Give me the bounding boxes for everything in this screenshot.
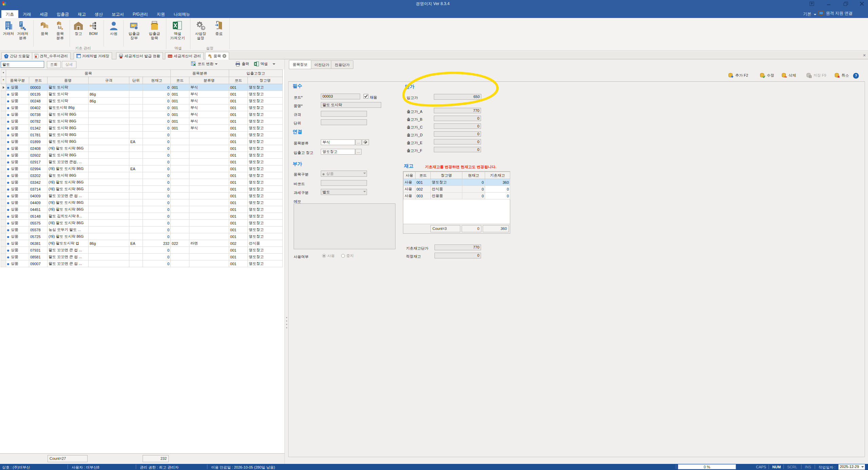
close-icon[interactable] [857,1,866,6]
menu-tab-거래[interactable]: 거래 [18,10,35,18]
column-header[interactable]: 코드 [171,77,189,84]
menu-tab-재고[interactable]: 재고 [73,10,90,18]
table-row[interactable]: 상품 03714 (재) 팔도 도시락 86G 0 001 영도창고 [1,186,283,193]
out-price-field[interactable]: 0 [434,116,481,121]
table-row[interactable]: 상품 02994 (재) 팔도 도시락 86G EA 0 001 영도창고 [1,165,283,172]
tab-help[interactable]: ? 간단 도움말 [1,52,32,59]
column-header[interactable]: 분류명 [189,77,229,84]
table-row[interactable]: 상품 04451 (재) 팔도 도시락 86G 0 001 영도창고 [1,206,283,213]
column-header[interactable]: 품목구분 [6,77,29,84]
detail-button[interactable]: 상세 [62,61,76,68]
table-row[interactable]: 상품 03342 (재) 팔도 도시락 86G 0 001 영도창고 [1,179,283,186]
help-button[interactable]: ? [853,73,859,79]
class-clear-button[interactable] [362,139,369,145]
menu-tab-기초[interactable]: 기초 [1,10,18,18]
out-price-field[interactable]: 0 [434,147,481,152]
barcode-field[interactable] [321,180,367,186]
ribbon-settings-button[interactable]: 사업장 설정 [193,19,208,40]
tab-taxinvoice-issue[interactable]: 세금계산서 발급 현황 [116,52,163,59]
tab-close-icon[interactable] [222,54,226,58]
use-on-radio[interactable]: 사용 [322,253,335,258]
tab-item-info[interactable]: 품목정보 [289,60,311,69]
menu-tab-나의메뉴[interactable]: 나의메뉴 [169,10,195,18]
item-type-select[interactable]: 상품 [321,171,367,177]
table-row[interactable]: 상품 01781 팔도 도시락 86G 0 001 영도창고 [1,132,283,138]
tab-taxinvoice-manage[interactable]: TAX 세금계산서 관리 [165,52,204,59]
column-header[interactable]: 규격 [89,77,129,84]
search-input[interactable] [1,61,44,68]
use-off-radio[interactable]: 중지 [341,253,354,258]
group-header-item[interactable]: 품목 [6,70,171,77]
cancel-button[interactable]: 취소 [834,73,849,78]
tab-prev-price[interactable]: 이전단가 [311,60,333,69]
ribbon-customer-class-button[interactable]: 거래처 분류 [15,19,31,40]
column-header[interactable]: 단위 [129,77,143,84]
column-header[interactable]: 창고명 [248,77,283,84]
tabstrip-close-icon[interactable]: ✕ [863,53,866,58]
unit-field[interactable] [321,119,367,125]
stock-column-header[interactable]: 사용 [404,172,415,179]
menu-tab-지원[interactable]: 지원 [152,10,169,18]
table-row[interactable]: 상품 09007 팔도 꼬꼬면 큰 컵 ... 0 001 영도창고 [1,260,283,267]
excel-export-button[interactable]: 엑셀 [254,61,275,66]
table-row[interactable]: 상품 03202 팔도 도시락 86G 0 001 영도창고 [1,172,283,179]
ribbon-item-button[interactable]: 품목 [37,19,52,36]
code-convert-button[interactable]: 코드 변환 [191,61,218,66]
tab-quote-order[interactable]: 견적_수주서관리 [32,52,71,59]
profile-select[interactable]: 기본 [803,11,816,17]
stock-row[interactable]: 사용 001 영도창고 0 360 [404,179,510,186]
workdate-select[interactable]: 2025-12-29 [838,464,865,470]
menu-tab-생산[interactable]: 생산 [90,10,107,18]
table-row[interactable]: 상품 02408 (재) 팔도 도시락 86G 0 001 영도창고 [1,145,283,152]
table-row[interactable]: 상품 00738 팔도 도시락 86G 0 001 부식 001 영도창고 [1,111,283,118]
ribbon-excel-import-button[interactable]: 엑셀 가져오기 [170,19,185,40]
memo-field[interactable] [294,203,395,249]
table-row[interactable]: 상품 00402 팔도도시락 86g 0 001 부식 001 영도창고 [1,104,283,111]
table-row[interactable]: 상품 04409 (재) 팔도 도시락 86G 0 001 영도창고 [1,199,283,206]
restore-icon[interactable] [841,1,850,6]
minimize-icon[interactable] [824,1,833,6]
stock-column-header[interactable]: 기초재고 [485,172,510,179]
save-button[interactable]: 저장 F9 [806,73,826,78]
ribbon-cash-item-button[interactable]: 입출금 항목 [147,19,162,40]
table-row[interactable]: 상품 02917 팔도 꼬꼬면 큰컵, ... 0 001 영도창고 [1,159,283,165]
base-stock-price-field[interactable]: 770 [435,244,481,250]
class-field[interactable]: 부식 [321,139,355,145]
table-row[interactable]: 상품 00782 팔도 도시락 86G 0 001 부식 001 영도창고 [1,118,283,125]
print-button[interactable]: 출력 [235,61,249,66]
table-row[interactable]: 상품 04009 팔도 꼬꼬면 큰 컵 ... 0 001 영도창고 [1,193,283,199]
stock-column-header[interactable]: 창고명 [431,172,462,179]
column-header[interactable]: 품명 [48,77,89,84]
ribbon-warehouse-button[interactable]: 창고 [71,19,86,36]
spec-field[interactable] [321,111,367,117]
stock-row[interactable]: 사용 002 선식품 0 0 [404,186,510,193]
table-row[interactable]: 상품 06381 (재) 팔도도시락 컵 86g EA 232 022 라면 0… [1,240,283,247]
add-button[interactable]: 추가 F2 [728,73,748,78]
column-header[interactable]: 현재고 [143,77,171,84]
pin-window-icon[interactable] [807,1,816,6]
ribbon-employee-button[interactable]: 사원 [106,19,122,36]
table-row[interactable]: 상품 00248 팔도 도시락 86g 0 001 부식 001 영도창고 [1,98,283,104]
table-row[interactable]: 상품 00003 팔도 도시락 0 001 부식 001 영도창고 [1,84,283,91]
name-field[interactable]: 팔도 도시락 [321,102,381,108]
tax-select[interactable]: 별도 [321,189,367,195]
ribbon-cash-ledger-button[interactable]: 입출금 장부 [126,19,142,40]
table-row[interactable]: 상품 00135 팔도 도시락 86g 0 001 부식 001 영도창고 [1,91,283,98]
class-lookup-button[interactable]: … [355,139,362,145]
menu-tab-세금[interactable]: 세금 [35,10,52,18]
table-row[interactable]: 상품 05725 (재) 팔도 도시락 86G 0 001 영도창고 [1,233,283,240]
group-header-class[interactable]: 품목분류 [171,70,229,77]
table-row[interactable]: 상품 01342 팔도 도시락 86G 0 001 부식 001 영도창고 [1,125,283,132]
table-row[interactable]: 상품 05575 (재) 팔도 도시락 86G 0 001 영도창고 [1,220,283,227]
remote-support-button[interactable]: 원격 지원 연결 [818,11,853,16]
delete-button[interactable]: 삭제 [781,73,796,78]
code-field[interactable]: 00003 [321,94,360,99]
tab-items[interactable]: 품목 [205,52,229,60]
tab-customer-ledger[interactable]: 거래처별 거래장 [74,52,112,59]
stock-column-header[interactable]: 코드 [415,172,431,179]
ribbon-customer-button[interactable]: 거래처 [1,19,16,36]
table-row[interactable]: 상품 01899 팔도 도시락 86G EA 0 001 영도창고 [1,138,283,145]
tab-dedicated-price[interactable]: 전용단가 [331,60,353,69]
query-button[interactable]: 조회 [47,61,61,68]
table-row[interactable]: 상품 02602 팔도 도시락 86G 0 001 영도창고 [1,152,283,159]
